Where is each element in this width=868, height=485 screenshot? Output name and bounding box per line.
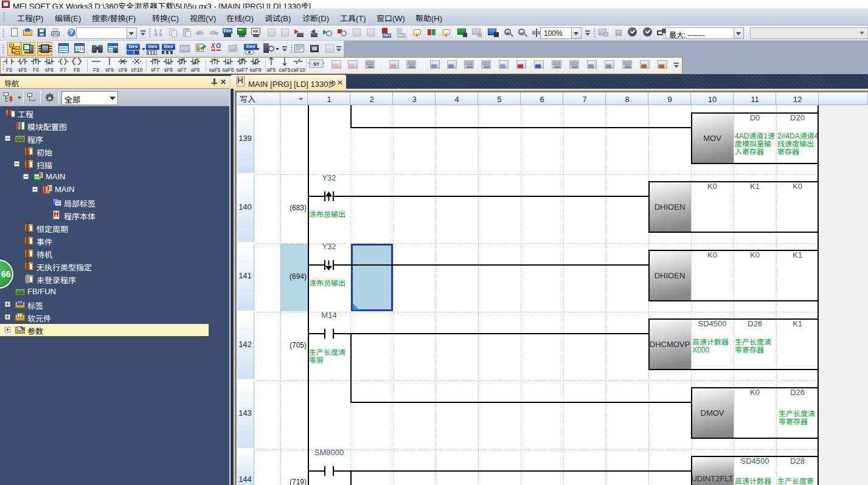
svg-text:D20: D20 (790, 113, 805, 122)
svg-text:1: 1 (327, 95, 331, 104)
svg-text:9: 9 (667, 95, 672, 104)
svg-text:10: 10 (708, 95, 717, 104)
svg-text:MOV: MOV (703, 134, 721, 143)
svg-text:SM8000: SM8000 (314, 448, 344, 457)
svg-text:D0: D0 (750, 113, 760, 122)
svg-text:K0: K0 (750, 388, 760, 397)
svg-text:X000: X000 (692, 346, 709, 354)
svg-text:2#4DA通道4: 2#4DA通道4 (777, 132, 819, 140)
svg-text:DHCMOVP: DHCMOVP (650, 340, 690, 349)
svg-text:DHIOEN: DHIOEN (654, 202, 686, 212)
svg-text:143: 143 (238, 408, 252, 418)
svg-text:涂布总输出: 涂布总输出 (309, 210, 345, 219)
svg-text:生产长度清: 生产长度清 (735, 338, 771, 346)
svg-text:K0: K0 (707, 250, 717, 260)
svg-text:SD4500: SD4500 (698, 319, 727, 328)
svg-text:5: 5 (497, 95, 501, 104)
svg-text:DHIOEN: DHIOEN (654, 271, 686, 280)
svg-text:142: 142 (238, 340, 252, 349)
svg-text:139: 139 (238, 134, 252, 143)
svg-text:零寄存器: 零寄存器 (735, 346, 764, 354)
svg-text:K0: K0 (793, 182, 802, 191)
svg-text:D26: D26 (748, 319, 762, 328)
svg-text:M14: M14 (321, 311, 336, 320)
svg-text:度模拟量输: 度模拟量输 (735, 140, 771, 148)
svg-text:线速度输出: 线速度输出 (777, 140, 814, 148)
svg-text:写入: 写入 (240, 95, 255, 104)
svg-text:8: 8 (625, 95, 629, 104)
svg-text:K1: K1 (750, 182, 760, 191)
svg-text:D28: D28 (790, 456, 805, 466)
svg-text:3: 3 (412, 95, 416, 104)
svg-text:高速计数器: 高速计数器 (692, 338, 729, 346)
svg-text:DMOV: DMOV (701, 408, 724, 418)
svg-text:生产长度清: 生产长度清 (779, 410, 815, 418)
svg-text:涂布总输出: 涂布总输出 (309, 279, 345, 287)
svg-text:入寄存器: 入寄存器 (735, 148, 764, 156)
svg-text:SD4500: SD4500 (741, 456, 769, 466)
svg-text:(694): (694) (290, 272, 307, 281)
svg-text:(705): (705) (290, 341, 307, 349)
svg-text:6: 6 (540, 95, 544, 104)
svg-text:K1: K1 (793, 250, 802, 260)
svg-text:4AD通道1速: 4AD通道1速 (735, 132, 775, 140)
svg-text:寄存器: 寄存器 (777, 148, 799, 156)
svg-text:零屏: 零屏 (309, 356, 324, 365)
svg-text:(719): (719) (290, 478, 307, 485)
svg-text:Y32: Y32 (322, 242, 336, 251)
svg-text:D26: D26 (790, 388, 805, 397)
svg-text:K0: K0 (750, 250, 760, 260)
svg-text:K0: K0 (707, 182, 717, 191)
svg-text:2: 2 (369, 95, 373, 104)
svg-text:生产长度清: 生产长度清 (309, 348, 345, 357)
svg-text:144: 144 (238, 475, 252, 484)
svg-text:零寄存器: 零寄存器 (779, 418, 808, 426)
svg-text:K1: K1 (793, 319, 802, 328)
svg-text:高速计数器: 高速计数器 (735, 477, 771, 485)
svg-text:4: 4 (454, 95, 459, 104)
svg-text:Y32: Y32 (322, 173, 336, 182)
svg-text:UDINT2FLT: UDINT2FLT (691, 474, 733, 483)
svg-text:140: 140 (238, 202, 252, 212)
svg-text:(683): (683) (290, 204, 307, 212)
svg-text:12: 12 (793, 95, 802, 104)
svg-text:141: 141 (238, 271, 252, 280)
svg-text:生产长度寄: 生产长度寄 (777, 477, 814, 485)
svg-text:7: 7 (582, 95, 586, 104)
svg-text:11: 11 (751, 95, 759, 104)
